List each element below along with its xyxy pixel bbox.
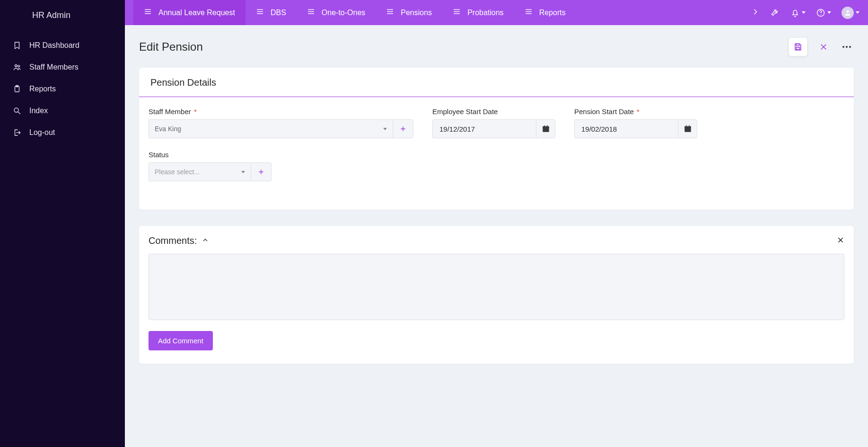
plus-icon [257, 168, 265, 176]
sidebar-item-label: Staff Members [29, 63, 79, 72]
status-select[interactable]: Please select... [149, 162, 251, 181]
more-actions-button[interactable] [840, 43, 854, 51]
tab-annual-leave-request[interactable]: Annual Leave Request [133, 0, 245, 25]
tab-reports[interactable]: Reports [514, 0, 576, 25]
chevron-down-icon [241, 171, 245, 173]
pension-start-date-label: Pension Start Date * [574, 107, 697, 116]
staff-member-value: Eva King [155, 125, 181, 133]
tab-probations[interactable]: Probations [442, 0, 514, 25]
label-text: Staff Member [149, 107, 191, 116]
employee-start-date-wrap [432, 119, 555, 138]
sidebar-item-label: Log-out [29, 128, 55, 137]
sidebar-item-staff-members[interactable]: Staff Members [0, 56, 125, 78]
save-icon [793, 42, 803, 52]
sidebar-item-reports[interactable]: Reports [0, 78, 125, 100]
svg-point-4 [14, 108, 18, 112]
staff-member-label: Staff Member * [149, 107, 413, 116]
svg-rect-27 [797, 47, 800, 50]
logout-icon [12, 128, 22, 137]
comments-title-wrap[interactable]: Comments: [149, 235, 209, 246]
sidebar-item-logout[interactable]: Log-out [0, 122, 125, 143]
bookmark-icon [12, 41, 22, 50]
svg-rect-39 [689, 125, 690, 127]
tab-dbs[interactable]: DBS [245, 0, 297, 25]
field-status: Status Please select... [149, 151, 272, 181]
staff-member-combo: Eva King [149, 119, 413, 138]
required-icon: * [194, 107, 197, 116]
svg-rect-34 [544, 125, 545, 127]
menu-icon [453, 8, 461, 18]
pension-start-date-wrap [574, 119, 697, 138]
tab-label: One-to-Ones [322, 9, 365, 17]
label-text: Pension Start Date [574, 107, 634, 116]
chevron-up-icon [202, 235, 209, 246]
chevron-down-icon [827, 11, 831, 14]
status-combo: Please select... [149, 162, 272, 181]
tab-strip: Annual Leave Request DBS One-to-Ones Pen… [133, 0, 744, 25]
comments-textarea[interactable] [149, 254, 844, 320]
tab-label: Probations [467, 9, 504, 17]
clipboard-icon [12, 85, 22, 93]
tab-label: DBS [271, 9, 286, 17]
main: Annual Leave Request DBS One-to-Ones Pen… [125, 0, 868, 447]
svg-point-0 [15, 65, 18, 67]
notifications-menu[interactable] [790, 8, 806, 18]
card-divider [139, 97, 854, 97]
form-row-1: Staff Member * Eva King [149, 107, 844, 138]
chevron-down-icon [383, 128, 387, 130]
card-title: Pension Details [149, 77, 844, 97]
page-title: Edit Pension [139, 40, 203, 54]
topbar: Annual Leave Request DBS One-to-Ones Pen… [125, 0, 868, 25]
pension-details-card: Pension Details Staff Member * Eva King [139, 68, 854, 210]
app-title: HR Admin [32, 10, 70, 20]
staff-member-select[interactable]: Eva King [149, 119, 393, 138]
status-label: Status [149, 151, 272, 159]
menu-icon [307, 8, 315, 18]
field-staff-member: Staff Member * Eva King [149, 107, 413, 138]
tab-one-to-ones[interactable]: One-to-Ones [297, 0, 376, 25]
employee-start-date-input[interactable] [432, 119, 536, 138]
add-comment-button[interactable]: Add Comment [149, 331, 213, 350]
svg-point-25 [820, 14, 821, 15]
help-menu[interactable] [816, 8, 831, 18]
staff-member-add-button[interactable] [393, 119, 413, 138]
wrench-icon[interactable] [771, 7, 780, 18]
comments-card: Comments: Add Comment [139, 226, 854, 364]
svg-point-1 [18, 65, 20, 67]
menu-icon [386, 8, 394, 18]
status-placeholder: Please select... [155, 168, 200, 176]
close-icon [819, 43, 828, 51]
menu-icon [256, 8, 264, 18]
tabs-overflow-icon[interactable] [751, 7, 760, 18]
employee-start-date-picker-button[interactable] [536, 119, 555, 138]
sidebar: HR Admin HR Dashboard Staff Members [0, 0, 125, 447]
page-actions [789, 37, 854, 56]
people-icon [12, 63, 22, 72]
menu-icon [525, 8, 533, 18]
chevron-down-icon [802, 11, 806, 14]
sidebar-header: HR Admin [0, 10, 125, 30]
sidebar-item-label: Index [29, 107, 48, 115]
pension-start-date-picker-button[interactable] [678, 119, 697, 138]
comments-header: Comments: [149, 235, 844, 254]
app-root: HR Admin HR Dashboard Staff Members [0, 0, 868, 447]
close-button[interactable] [814, 37, 833, 56]
svg-point-26 [846, 10, 849, 12]
comments-close-button[interactable] [837, 236, 844, 245]
sidebar-item-label: Reports [29, 85, 56, 93]
sidebar-item-hr-dashboard[interactable]: HR Dashboard [0, 35, 125, 56]
tab-label: Pensions [401, 9, 432, 17]
user-menu[interactable] [842, 7, 859, 19]
employee-start-date-label: Employee Start Date [432, 107, 555, 116]
calendar-icon [542, 125, 550, 133]
search-icon [12, 107, 22, 115]
svg-rect-33 [543, 126, 549, 128]
save-button[interactable] [789, 37, 807, 56]
status-add-button[interactable] [251, 162, 272, 181]
pension-start-date-input[interactable] [574, 119, 678, 138]
tab-pensions[interactable]: Pensions [376, 0, 442, 25]
tab-label: Annual Leave Request [158, 9, 235, 17]
sidebar-item-index[interactable]: Index [0, 100, 125, 122]
page-header: Edit Pension [125, 25, 868, 63]
menu-icon [144, 8, 152, 18]
